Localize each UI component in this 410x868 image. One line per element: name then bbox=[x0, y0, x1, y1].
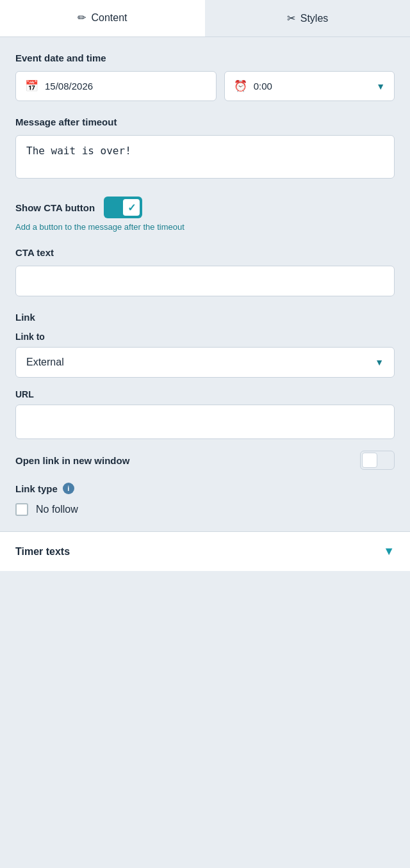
url-input[interactable] bbox=[15, 405, 395, 439]
toggle-small-knob bbox=[362, 453, 377, 468]
timer-chevron-icon: ▼ bbox=[383, 545, 395, 558]
link-group-label: Link bbox=[15, 312, 395, 323]
message-input[interactable]: The wait is over! bbox=[15, 135, 395, 179]
tab-content[interactable]: ✏ Content bbox=[0, 0, 205, 36]
link-to-chevron-icon: ▼ bbox=[375, 357, 384, 367]
show-cta-label: Show CTA button bbox=[15, 202, 95, 213]
timer-section[interactable]: Timer texts ▼ bbox=[0, 531, 410, 571]
time-chevron-icon: ▼ bbox=[376, 81, 385, 92]
show-cta-row: Show CTA button ✓ bbox=[15, 197, 395, 218]
message-section: Message after timeout The wait is over! bbox=[15, 117, 395, 181]
link-section: Link Link to External ▼ URL Open link in… bbox=[15, 312, 395, 516]
scissors-icon: ✂ bbox=[287, 12, 295, 24]
no-follow-row: No follow bbox=[15, 503, 395, 516]
open-new-window-label: Open link in new window bbox=[15, 455, 129, 466]
pencil-icon: ✏ bbox=[78, 12, 86, 24]
time-value: 0:00 bbox=[254, 81, 370, 92]
toggle-check-icon: ✓ bbox=[127, 202, 136, 214]
date-field[interactable]: 📅 15/08/2026 bbox=[15, 71, 217, 101]
open-new-window-row: Open link in new window bbox=[15, 451, 395, 470]
link-to-label: Link to bbox=[15, 332, 395, 342]
content-area: Event date and time 📅 15/08/2026 ⏰ 0:00 … bbox=[0, 37, 410, 516]
no-follow-checkbox[interactable] bbox=[15, 503, 28, 516]
link-to-select[interactable]: External ▼ bbox=[15, 347, 395, 378]
toggle-knob: ✓ bbox=[123, 199, 140, 216]
link-type-label: Link type bbox=[15, 483, 58, 494]
show-cta-toggle[interactable]: ✓ bbox=[104, 197, 142, 218]
calendar-icon: 📅 bbox=[25, 79, 38, 93]
cta-text-section: CTA text CTA button bbox=[15, 247, 395, 296]
tab-styles[interactable]: ✂ Styles bbox=[205, 0, 410, 36]
open-new-window-toggle[interactable] bbox=[360, 451, 395, 470]
cta-text-input[interactable]: CTA button bbox=[15, 266, 395, 296]
show-cta-hint: Add a button to the message after the ti… bbox=[15, 222, 395, 232]
show-cta-section: Show CTA button ✓ Add a button to the me… bbox=[15, 197, 395, 232]
tabs-container: ✏ Content ✂ Styles bbox=[0, 0, 410, 37]
date-time-row: 📅 15/08/2026 ⏰ 0:00 ▼ bbox=[15, 71, 395, 101]
clock-icon: ⏰ bbox=[234, 79, 247, 93]
tab-styles-label: Styles bbox=[300, 13, 329, 24]
event-datetime-label: Event date and time bbox=[15, 52, 395, 63]
link-type-row: Link type i bbox=[15, 483, 395, 494]
message-label: Message after timeout bbox=[15, 117, 395, 127]
url-label: URL bbox=[15, 389, 395, 399]
info-icon[interactable]: i bbox=[63, 483, 74, 494]
link-to-value: External bbox=[26, 357, 375, 368]
timer-title: Timer texts bbox=[15, 546, 70, 558]
event-datetime-section: Event date and time 📅 15/08/2026 ⏰ 0:00 … bbox=[15, 52, 395, 101]
date-value: 15/08/2026 bbox=[45, 81, 207, 92]
time-field[interactable]: ⏰ 0:00 ▼ bbox=[224, 71, 395, 101]
cta-text-label: CTA text bbox=[15, 247, 395, 258]
no-follow-label: No follow bbox=[36, 504, 78, 515]
tab-content-label: Content bbox=[91, 12, 127, 24]
